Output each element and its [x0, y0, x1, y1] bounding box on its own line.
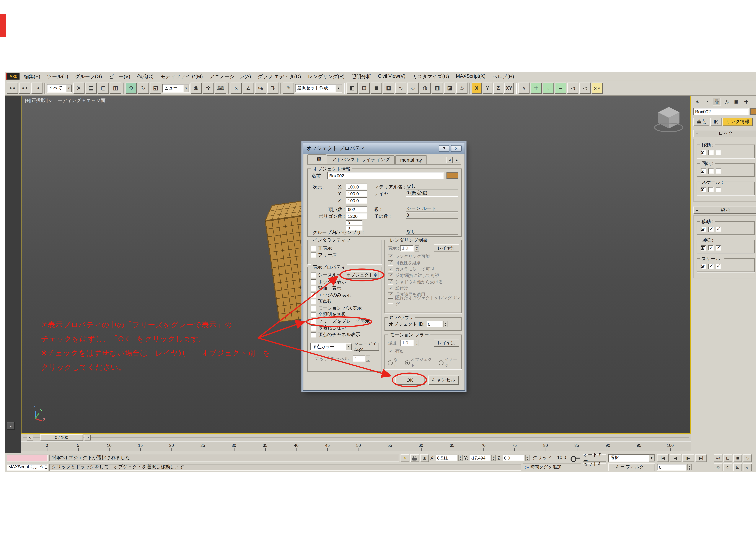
menu-item[interactable]: グラフ エディタ(D) — [255, 73, 305, 80]
chevron-down-icon[interactable] — [66, 84, 72, 92]
add-time-tag-button[interactable]: ◷時間タグを追加 — [523, 463, 581, 471]
dialog-title-bar[interactable]: オブジェクト プロパティ ? ✕ — [303, 143, 464, 154]
absolute-mode-icon[interactable]: ⊞ — [420, 454, 429, 462]
rollout-header[interactable]: ロック — [693, 130, 756, 137]
menu-item[interactable]: ツール(T) — [44, 73, 72, 80]
render-setup-button[interactable]: ▥ — [432, 83, 443, 94]
axis-xy-button[interactable]: XY — [504, 83, 514, 94]
use-pivot-center-button[interactable]: ◉ — [191, 83, 202, 94]
selection-region-button[interactable]: ▢ — [98, 83, 109, 94]
checkbox[interactable] — [311, 252, 316, 258]
set-key-mode-button[interactable] — [569, 455, 581, 460]
key-filters-button[interactable]: キー フィルタ... — [608, 463, 655, 471]
play-icon[interactable]: ▶ — [682, 454, 694, 462]
time-slider-track[interactable] — [23, 437, 689, 438]
maxscript-mini-listener[interactable]: MAXScript にようこそ — [7, 464, 48, 471]
pan-icon[interactable]: ✥ — [714, 463, 722, 471]
object-id-field[interactable]: 0 — [426, 321, 442, 327]
align-button[interactable]: ⊞ — [359, 83, 370, 94]
radio-button[interactable] — [439, 360, 443, 365]
vertex-color-combo[interactable]: 頂点カラー — [310, 343, 352, 351]
checkbox[interactable] — [311, 305, 316, 311]
mode-tab[interactable]: 基点 — [693, 118, 709, 126]
checkbox[interactable] — [388, 254, 393, 260]
strength-field[interactable]: 1.0 — [400, 340, 414, 346]
axis-checkbox[interactable] — [716, 227, 721, 232]
axis-checkbox[interactable] — [708, 169, 714, 174]
menu-item[interactable]: Civil View(V) — [375, 73, 409, 80]
coord-z-field[interactable]: 0.0 — [502, 455, 524, 461]
menu-item[interactable]: 編集(E) — [21, 73, 44, 80]
menu-item[interactable]: レンダリング(R) — [304, 73, 348, 80]
frame-spinner[interactable] — [687, 464, 692, 470]
axis-z-button[interactable]: Z — [493, 83, 503, 94]
dialog-tab[interactable]: mental ray — [395, 155, 427, 164]
tab-scroll-left-button[interactable]: ◂ — [446, 157, 453, 163]
axis-checkbox[interactable] — [716, 150, 721, 155]
previous-frame-button[interactable]: < — [27, 435, 33, 440]
visibility-spinner[interactable] — [415, 245, 419, 251]
checkbox[interactable] — [311, 332, 316, 337]
coord-x-spinner[interactable] — [458, 455, 462, 461]
mode-tab[interactable]: リンク情報 — [722, 118, 753, 126]
snap-xy-plane-button[interactable]: XY — [591, 83, 603, 94]
menu-item[interactable]: カスタマイズ(U) — [409, 73, 452, 80]
viewcube-ring[interactable] — [654, 123, 683, 132]
snap-edge-button[interactable]: ◅ — [579, 83, 591, 94]
graphite-ribbon-button[interactable]: ▦ — [383, 83, 394, 94]
snap-endpoint-button[interactable]: ▫ — [543, 83, 554, 94]
axis-checkbox[interactable] — [708, 245, 714, 251]
axis-checkbox[interactable] — [716, 264, 721, 269]
app-logo[interactable]: MXD — [6, 73, 20, 80]
select-and-move-button[interactable]: ✥ — [126, 83, 137, 94]
shaded-vertex-color-button[interactable]: シェーディング — [354, 343, 379, 351]
unlink-selection-button[interactable]: ⊷ — [19, 83, 30, 94]
axis-checkbox[interactable] — [716, 169, 721, 174]
chevron-down-icon[interactable] — [649, 454, 655, 461]
checkbox[interactable] — [388, 298, 393, 304]
checkbox[interactable] — [311, 299, 316, 304]
close-button[interactable]: ✕ — [451, 145, 461, 152]
object-id-spinner[interactable] — [443, 321, 447, 327]
orbit-icon[interactable]: ↻ — [723, 463, 732, 471]
axis-checkbox[interactable] — [708, 150, 714, 155]
snap-midpoint-button[interactable]: − — [555, 83, 566, 94]
checkbox[interactable] — [311, 246, 316, 251]
selection-set-combo[interactable]: 選択 — [608, 454, 655, 462]
checkbox[interactable] — [311, 325, 316, 331]
percent-snap-button[interactable]: % — [255, 83, 266, 94]
snap-toggle-3d-button[interactable]: 3 — [231, 83, 242, 94]
radio-button[interactable] — [405, 360, 410, 365]
select-and-link-button[interactable]: ⊶ — [7, 83, 18, 94]
checkbox[interactable] — [388, 279, 393, 285]
menu-item[interactable]: ヘルプ(H) — [489, 73, 517, 80]
menu-item[interactable]: モディファイヤ(M) — [157, 73, 206, 80]
create-tab-icon[interactable]: ✶ — [693, 98, 701, 106]
menu-item[interactable]: グループ(G) — [72, 73, 105, 80]
axis-x-button[interactable]: X — [472, 83, 482, 94]
track-bar[interactable]: 0510152025303540455055606570758085909510… — [21, 441, 691, 451]
axis-checkbox[interactable] — [708, 264, 714, 269]
curve-editor-button[interactable]: ∿ — [395, 83, 406, 94]
menu-item[interactable]: MAXScript(X) — [452, 73, 489, 80]
blur-by-layer-button[interactable]: レイヤ別 — [434, 339, 459, 347]
cancel-button[interactable]: キャンセル — [428, 375, 458, 385]
help-button[interactable]: ? — [438, 145, 449, 152]
go-to-start-icon[interactable]: |◀ — [657, 454, 669, 462]
checkbox[interactable] — [388, 273, 393, 278]
set-key-button[interactable]: セットキー — [583, 463, 606, 471]
axis-y-button[interactable]: Y — [483, 83, 492, 94]
menu-item[interactable]: アニメーション(A) — [206, 73, 255, 80]
checkbox[interactable] — [311, 279, 316, 284]
select-and-rotate-button[interactable]: ↻ — [138, 83, 149, 94]
chevron-down-icon[interactable] — [346, 343, 352, 350]
checkbox[interactable] — [388, 292, 393, 297]
keyboard-override-button[interactable]: ⌨ — [215, 83, 226, 94]
maximize-viewport-icon[interactable]: ◱ — [743, 463, 752, 471]
menu-item[interactable]: 作成(C) — [134, 73, 157, 80]
mirror-button[interactable]: ◧ — [347, 83, 358, 94]
checkbox[interactable] — [311, 312, 316, 317]
display-tab-icon[interactable]: ▣ — [732, 98, 741, 106]
window-crossing-button[interactable]: ◫ — [110, 83, 121, 94]
checkbox[interactable] — [388, 267, 393, 272]
